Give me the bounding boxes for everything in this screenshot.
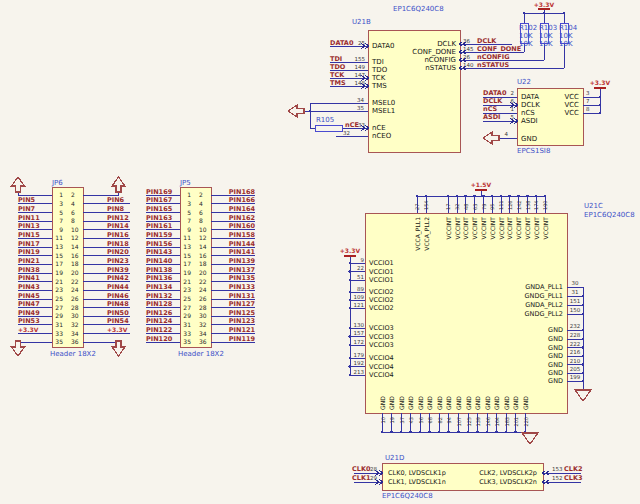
power-arrow-up (112, 177, 125, 192)
pin-number: 43 (408, 417, 414, 423)
pin-name: GND (548, 352, 563, 360)
net-label: PIN135 (229, 274, 256, 282)
junction-dot (543, 12, 546, 15)
pin-name: GND (512, 396, 519, 410)
pin-number: 79 (481, 204, 487, 210)
designator-label: JP5 (179, 179, 191, 187)
net-label: PIN44 (107, 283, 129, 291)
net-label: PIN133 (229, 283, 255, 291)
net-label: PIN11 (18, 214, 40, 222)
header-pin-number: 12 (71, 234, 79, 241)
pin-number: 25 (358, 40, 365, 46)
junction-dot (349, 335, 352, 338)
header-pin-number: 6 (199, 209, 203, 216)
header-pin-number: 2 (71, 191, 75, 198)
pin-name: VCCINT (524, 217, 531, 240)
junction-dot (582, 329, 585, 332)
pin-number: 68 (427, 417, 433, 423)
header-pin-number: 2 (199, 191, 203, 198)
pin-name: VCCINT (480, 217, 487, 240)
net-label: DCLK (483, 97, 503, 105)
header-pin-number: 29 (55, 312, 63, 319)
net-label: PIN141 (229, 248, 256, 256)
pin-number: 22 (357, 265, 364, 271)
pin-name: VCCA_PLL1 (414, 217, 422, 251)
pin-number: 9 (361, 257, 365, 263)
net-label: PIN158 (229, 231, 256, 239)
header-pin-number: 36 (199, 338, 207, 345)
pin-number: 63 (472, 204, 478, 210)
resistor-value: 10K (539, 32, 553, 40)
pin-number: 37 (399, 417, 405, 423)
net-label: PIN127 (229, 300, 255, 308)
junction-dot (526, 195, 529, 198)
net-label: CLK2 (564, 465, 582, 473)
resistor-ref: R103 (539, 24, 557, 32)
header-pin-number: 19 (55, 269, 63, 276)
junction-dot (349, 344, 352, 347)
header-pin-number: 32 (199, 321, 207, 328)
header-pin-number: 19 (183, 269, 191, 276)
header-pin-number: 13 (183, 243, 191, 250)
junction-dot (425, 195, 428, 198)
pin-name: nCE (372, 124, 386, 132)
pin-name: GND (548, 361, 563, 369)
net-label: PIN15 (18, 231, 40, 239)
pin-number: 130 (354, 322, 365, 328)
pin-name: VCCINT (445, 217, 452, 240)
pin-name: GND (522, 396, 529, 410)
pin-name: GND (503, 396, 510, 410)
junction-dot (582, 346, 585, 349)
net-label: PIN41 (18, 274, 40, 282)
pin-name: GNDA_PLL1 (525, 283, 563, 291)
junction-dot (349, 291, 352, 294)
net-label: PIN168 (229, 188, 256, 196)
junction-dot (349, 307, 352, 310)
net-label: PIN42 (107, 274, 129, 282)
net-label: PIN137 (229, 266, 255, 274)
pin-name: GND (417, 396, 424, 410)
junction-dot (467, 431, 470, 434)
pin-name: VCCINT (506, 217, 513, 240)
header-pin-number: 16 (199, 252, 207, 259)
pin-number: 232 (570, 323, 581, 329)
pin-number: 192 (354, 360, 365, 366)
net-label: CONF_DONE (477, 45, 521, 53)
header-pin-number: 14 (199, 243, 207, 250)
pin-name: nSTATUS (425, 64, 456, 72)
header-pin-number: 22 (199, 278, 207, 285)
pin-name: VCCIO3 (369, 324, 394, 332)
pin-name: GND (548, 335, 563, 343)
pin-number: 125 (466, 417, 472, 427)
pin-number: 152 (552, 475, 563, 481)
pin-name: GND (436, 396, 443, 410)
net-label: PIN13 (18, 222, 40, 230)
pin-name: GND (484, 396, 491, 410)
pin-name: CLK2, LVDSCLK2p (479, 469, 537, 477)
header-pin-number: 8 (199, 217, 203, 224)
net-label: PIN169 (146, 188, 173, 196)
junction-dot (349, 357, 352, 360)
power-arrow-up (12, 177, 25, 192)
junction-dot (582, 313, 585, 316)
header-pin-number: 9 (59, 226, 63, 233)
net-label: nCE (345, 121, 359, 129)
part-label: EPCS1SI8 (517, 147, 550, 155)
header-pin-number: 7 (187, 217, 191, 224)
resistor-ref: R105 (316, 116, 334, 124)
header-pin-number: 21 (183, 278, 191, 285)
net-label: PIN138 (146, 266, 173, 274)
header-pin-number: 17 (183, 260, 191, 267)
pin-number: 155 (355, 56, 366, 62)
header-pin-number: 5 (187, 209, 191, 216)
pin-number: 142 (516, 200, 522, 210)
resistor-ref: R104 (559, 24, 578, 32)
pin-name: VCCINT (515, 217, 522, 240)
pin-number: 213 (354, 369, 365, 375)
net-label: PIN23 (107, 257, 129, 265)
net-label: PIN39 (107, 266, 129, 274)
net-label: PIN20 (107, 248, 129, 256)
pin-name: MSEL0 (372, 99, 395, 107)
pin-name: ASDI (521, 117, 538, 125)
net-label: +3.3V (107, 326, 128, 333)
